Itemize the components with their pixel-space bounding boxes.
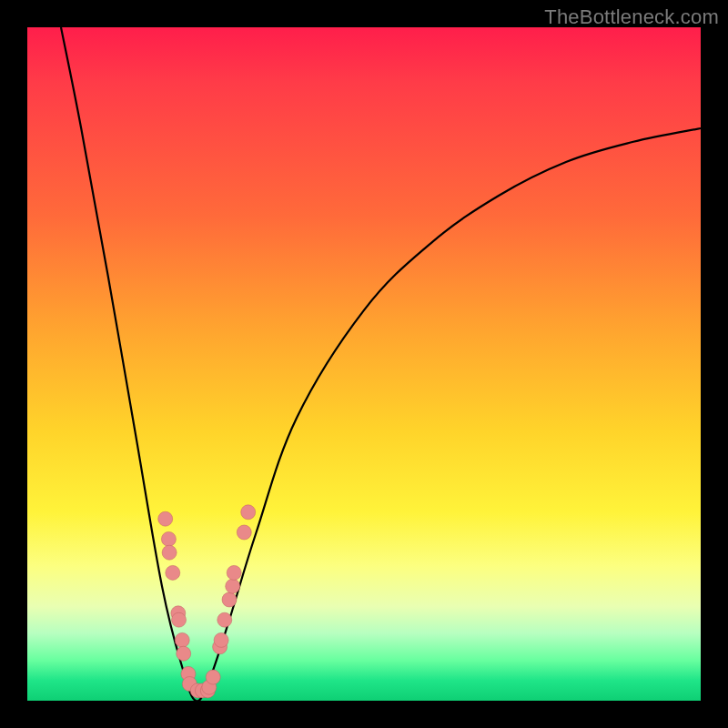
bottleneck-curve — [61, 27, 701, 701]
data-dot — [175, 632, 189, 647]
data-dot — [206, 670, 220, 684]
data-dot — [214, 632, 228, 647]
data-dots — [158, 505, 256, 698]
data-dot — [226, 579, 240, 593]
watermark-text: TheBottleneck.com — [544, 5, 719, 29]
chart-stage: TheBottleneck.com — [0, 0, 728, 728]
data-dot — [162, 545, 177, 560]
data-dot — [227, 565, 241, 580]
plot-area — [27, 27, 701, 701]
data-dot — [241, 505, 256, 520]
data-dot — [222, 592, 237, 607]
curve-layer — [27, 27, 701, 701]
data-dot — [166, 565, 180, 580]
data-dot — [177, 646, 191, 661]
data-dot — [161, 531, 176, 546]
data-dot — [172, 612, 187, 627]
data-dot — [237, 525, 251, 540]
data-dot — [217, 612, 232, 627]
data-dot — [158, 511, 173, 526]
